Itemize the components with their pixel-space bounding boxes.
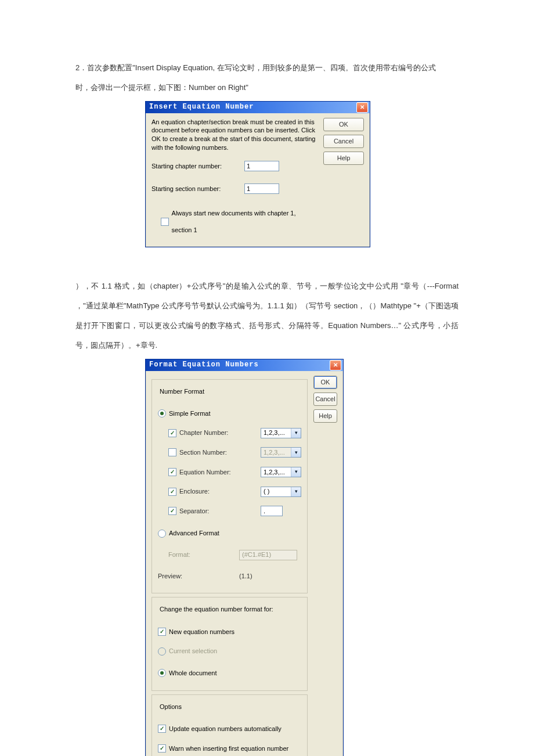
section-number-checkbox[interactable] [168, 448, 176, 456]
opt-warn-first-checkbox[interactable]: Warn when inserting first equation numbe… [158, 740, 288, 756]
section-number-label: Starting section number: [151, 181, 244, 197]
whole-document-radio[interactable]: Whole document [158, 665, 217, 682]
chapter-number-label: Chapter Number: [179, 424, 261, 441]
enclosure-label: Enclosure: [179, 483, 261, 500]
chapter-number-checkbox[interactable] [168, 429, 176, 437]
options-group: Options Update equation numbers automati… [151, 694, 308, 756]
change-format-legend: Change the equation number format for: [158, 601, 275, 618]
preview-value: (1.1) [239, 568, 252, 585]
current-selection-radio: Current selection [158, 643, 217, 660]
equation-number-combo[interactable]: 1,2,3,...▾ [261, 467, 301, 477]
new-equation-numbers-label: New equation numbers [169, 624, 234, 640]
simple-format-radio[interactable]: Simple Format [158, 405, 211, 422]
body-paragraph-2: ），不 1.1 格式，如（chapter）+公式序号"的是输入公式的章、节号，一… [75, 276, 459, 355]
body-paragraph-1: 2．首次参数配置"Insert Display Equation, 在写论文时，… [75, 58, 459, 78]
chevron-down-icon: ▾ [291, 429, 301, 438]
chapter-number-label: Starting chapter number: [151, 158, 244, 175]
number-format-legend: Number Format [158, 383, 206, 400]
separator-checkbox[interactable] [168, 507, 176, 515]
equation-number-label: Equation Number: [179, 464, 261, 481]
titlebar: Format Equation Numbers ✕ [146, 359, 343, 371]
ok-button[interactable]: OK [313, 376, 337, 389]
chevron-down-icon: ▾ [291, 487, 301, 496]
close-icon[interactable]: ✕ [356, 102, 368, 113]
format-equation-numbers-dialog: Format Equation Numbers ✕ Number Format … [145, 359, 344, 756]
chevron-down-icon: ▾ [291, 467, 301, 477]
dialog-title: Format Equation Numbers [149, 356, 259, 374]
section-number-combo: 1,2,3,...▾ [261, 447, 301, 458]
whole-document-label: Whole document [169, 665, 217, 682]
help-button[interactable]: Help [323, 152, 364, 165]
current-selection-label: Current selection [169, 643, 217, 660]
enclosure-combo[interactable]: ( )▾ [261, 487, 301, 497]
format-field: (#C1.#E1) [239, 550, 297, 560]
help-button[interactable]: Help [313, 409, 337, 423]
number-format-group: Number Format Simple Format Chapter Numb… [151, 379, 308, 594]
cancel-button[interactable]: Cancel [313, 393, 337, 406]
opt-update-auto-checkbox[interactable]: Update equation numbers automatically [158, 721, 282, 737]
titlebar: Insert Equation Number ✕ [146, 102, 370, 113]
advanced-format-radio[interactable]: Advanced Format [158, 525, 219, 542]
dialog-title: Insert Equation Number [149, 98, 254, 116]
dialog-message: An equation chapter/section break must b… [151, 118, 317, 152]
section-number-label: Section Number: [179, 444, 261, 461]
format-field-label: Format: [168, 546, 239, 563]
simple-format-label: Simple Format [169, 405, 211, 422]
body-paragraph-1b: 时，会弹出一个提示框，如下图：Number on Right" [75, 78, 459, 98]
separator-combo[interactable]: . [261, 506, 283, 516]
insert-equation-number-dialog: Insert Equation Number ✕ An equation cha… [145, 101, 370, 248]
options-legend: Options [158, 699, 183, 715]
ok-button[interactable]: OK [323, 118, 364, 131]
equation-number-checkbox[interactable] [168, 468, 176, 476]
preview-label: Preview: [158, 568, 239, 585]
separator-label: Separator: [179, 503, 261, 520]
cancel-button[interactable]: Cancel [323, 135, 364, 148]
advanced-format-label: Advanced Format [169, 525, 219, 542]
chevron-down-icon: ▾ [291, 448, 301, 457]
change-format-group: Change the equation number format for: N… [151, 597, 308, 690]
always-start-checkbox[interactable]: Always start new documents with chapter … [161, 205, 317, 238]
always-start-label: Always start new documents with chapter … [172, 205, 317, 238]
section-number-input[interactable] [244, 183, 279, 194]
new-equation-numbers-checkbox[interactable]: New equation numbers [158, 624, 234, 640]
enclosure-checkbox[interactable] [168, 488, 176, 496]
close-icon[interactable]: ✕ [330, 360, 341, 370]
chapter-number-input[interactable] [244, 161, 279, 171]
chapter-number-combo[interactable]: 1,2,3,...▾ [261, 428, 301, 438]
